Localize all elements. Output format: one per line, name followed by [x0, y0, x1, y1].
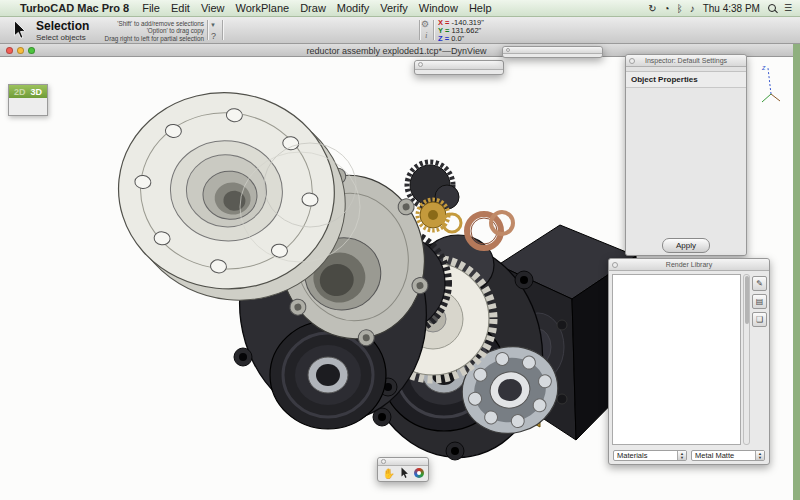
- orbit-tool[interactable]: [414, 468, 424, 478]
- nav-toolbar-titlebar[interactable]: [378, 458, 428, 466]
- nav-toolbar-items: ✋: [378, 466, 428, 481]
- inspector-panel: Inspector: Default Settings Object Prope…: [625, 54, 747, 256]
- app-menu-title[interactable]: TurboCAD Mac Pro 8: [20, 2, 129, 14]
- material-edit-button[interactable]: ▤: [752, 294, 767, 309]
- close-icon[interactable]: [629, 58, 635, 64]
- z-coord-value: 0.0": [451, 34, 464, 43]
- app-toolbar: Selection Select objects 'Shift' to add/…: [0, 17, 800, 44]
- menu-draw[interactable]: Draw: [300, 2, 326, 14]
- walk-cursor-tool[interactable]: [400, 467, 409, 479]
- close-icon[interactable]: [506, 48, 510, 52]
- time-machine-icon[interactable]: ↻: [648, 3, 656, 14]
- apply-button[interactable]: Apply: [662, 238, 710, 253]
- assemble-toolbar: [502, 46, 603, 58]
- inspector-title: Inspector: Default Settings: [645, 57, 727, 64]
- menu-edit[interactable]: Edit: [171, 2, 190, 14]
- inspector-titlebar[interactable]: Inspector: Default Settings: [626, 55, 746, 67]
- menu-window[interactable]: Window: [419, 2, 458, 14]
- active-tool-title: Selection: [36, 19, 89, 33]
- menu-workplane[interactable]: WorkPlane: [236, 2, 290, 14]
- toolbar-divider: [207, 20, 208, 40]
- library-category-select[interactable]: Materials ▲▼: [613, 450, 687, 461]
- tool-hints: 'Shift' to add/remove selections 'Option…: [100, 20, 204, 42]
- z-coord-label: Z =: [438, 34, 449, 43]
- pan-hand-tool[interactable]: ✋: [382, 468, 394, 479]
- seal-rings[interactable]: [467, 212, 513, 248]
- axis-indicator: z: [757, 60, 783, 106]
- inspector-section-label: Object Properties: [626, 72, 746, 88]
- palette-row: [9, 98, 47, 115]
- nav-toolbar: ✋: [377, 457, 429, 482]
- close-icon[interactable]: [612, 262, 618, 268]
- tool-help-button[interactable]: ?: [211, 31, 216, 41]
- scrollbar-thumb[interactable]: [745, 276, 749, 324]
- close-icon[interactable]: [418, 62, 423, 67]
- assemble-toolbar-items: [503, 54, 602, 57]
- coords-gear-icon[interactable]: ⚙: [421, 19, 429, 29]
- material-buttons: ✎ ▤ ❏: [752, 274, 766, 445]
- tab-3d[interactable]: 3D: [31, 87, 43, 97]
- spotlight-icon[interactable]: [768, 4, 776, 12]
- camera-toolbar-titlebar[interactable]: [415, 61, 503, 70]
- axis-z-label: z: [761, 64, 766, 71]
- menu-clock[interactable]: Thu 4:38 PM: [703, 3, 760, 14]
- selection-cursor-icon: [12, 20, 27, 40]
- render-library-titlebar[interactable]: Render Library: [609, 259, 769, 271]
- camera-toolbar-items: [415, 70, 503, 74]
- tool-palette: 2D 3D: [8, 84, 48, 116]
- coords-info-icon[interactable]: i: [425, 30, 428, 40]
- material-type-select[interactable]: Metal Matte ▲▼: [691, 450, 765, 461]
- material-grid: [612, 274, 741, 445]
- toolbar-divider: [419, 20, 420, 40]
- tab-2d[interactable]: 2D: [14, 87, 26, 97]
- volume-icon[interactable]: ♪: [690, 3, 695, 14]
- render-library-title: Render Library: [666, 261, 712, 268]
- display-icon[interactable]: ◔: [664, 3, 670, 14]
- render-library-footer: Materials ▲▼ Metal Matte ▲▼: [609, 448, 769, 464]
- toolbar-divider: [222, 20, 223, 40]
- menu-file[interactable]: File: [142, 2, 160, 14]
- inspector-body: [626, 88, 746, 235]
- menu-view[interactable]: View: [201, 2, 225, 14]
- status-icons: ↻◔ᛒ♪: [648, 3, 694, 14]
- material-grid-scrollbar[interactable]: [743, 274, 750, 445]
- material-new-button[interactable]: ✎: [752, 276, 767, 291]
- palette-rows: [9, 98, 47, 115]
- tool-flyout-arrow[interactable]: ▼: [210, 22, 216, 28]
- active-tool-description: Select objects: [36, 33, 86, 42]
- palette-mode-tabs: 2D 3D: [9, 85, 47, 98]
- menu-modify[interactable]: Modify: [337, 2, 369, 14]
- camera-toolbar: [414, 60, 504, 75]
- assemble-toolbar-titlebar[interactable]: [503, 47, 602, 54]
- menu-bar: TurboCAD Mac Pro 8 FileEditViewWorkPlane…: [0, 0, 800, 17]
- bluetooth-icon[interactable]: ᛒ: [677, 3, 683, 14]
- render-library-main: ✎ ▤ ❏: [609, 271, 769, 448]
- toolbar-divider: [433, 20, 434, 40]
- menu-bar-status: ↻◔ᛒ♪ Thu 4:38 PM ☰: [648, 3, 792, 14]
- menu-items: FileEditViewWorkPlaneDrawModifyVerifyWin…: [142, 2, 502, 14]
- dropdown-arrows-icon: ▲▼: [755, 451, 764, 460]
- menu-help[interactable]: Help: [469, 2, 492, 14]
- desktop: { "menu_bar": { "apple_icon": "", "app_n…: [0, 0, 800, 500]
- dropdown-arrows-icon: ▲▼: [677, 451, 686, 460]
- menu-verify[interactable]: Verify: [380, 2, 408, 14]
- material-copy-button[interactable]: ❏: [752, 312, 767, 327]
- coordinate-readout: X = -140.319" Y = 131.662" Z = 0.0": [438, 19, 484, 44]
- notification-center-icon[interactable]: ☰: [784, 3, 792, 13]
- render-library-panel: Render Library ✎ ▤ ❏ Materials ▲▼ Metal …: [608, 258, 770, 465]
- close-icon[interactable]: [381, 459, 386, 464]
- inspector-footer: Apply: [626, 235, 746, 255]
